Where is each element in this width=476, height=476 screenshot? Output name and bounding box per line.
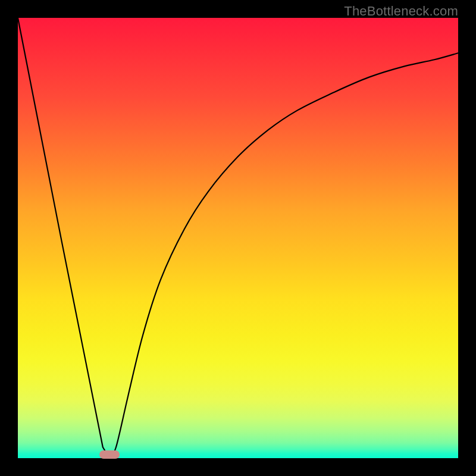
- valley-marker: [99, 450, 120, 459]
- plot-area: [18, 18, 458, 458]
- chart-frame: TheBottleneck.com: [0, 0, 476, 476]
- bottleneck-curve: [18, 18, 458, 458]
- watermark-text: TheBottleneck.com: [344, 4, 458, 19]
- curve-svg: [18, 18, 458, 458]
